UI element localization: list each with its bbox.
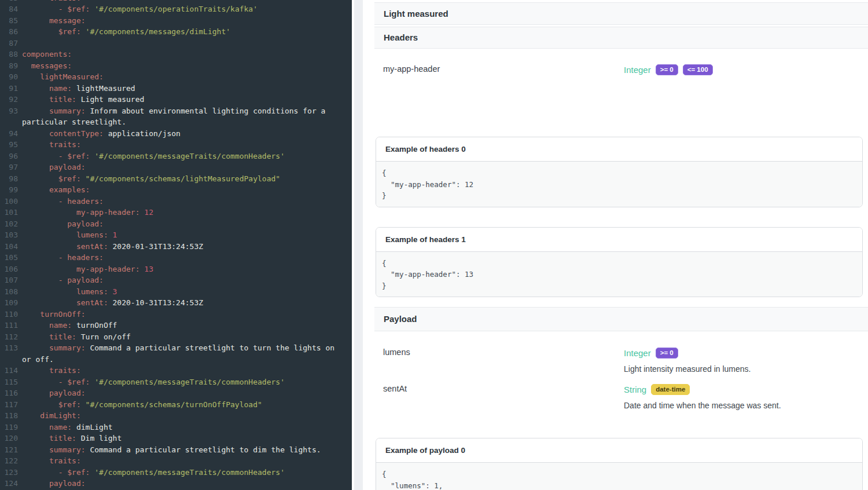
example-title: Example of headers 1 xyxy=(376,228,862,252)
editor-line[interactable]: 105 - headers: xyxy=(0,252,352,264)
line-number: 99 xyxy=(0,184,18,196)
editor-line[interactable]: 111 name: turnOnOff xyxy=(0,320,352,331)
code-content: payload: xyxy=(22,218,104,230)
editor-line[interactable]: 94 contentType: application/json xyxy=(0,128,352,140)
editor-line[interactable]: 95 traits: xyxy=(0,139,352,151)
editor-line[interactable]: 120 title: Dim light xyxy=(0,433,352,444)
code-content: summary: Inform about environmental ligh… xyxy=(22,105,325,117)
editor-line[interactable]: 89 messages: xyxy=(0,60,352,72)
line-number: 113 xyxy=(0,342,18,354)
editor-line[interactable]: 118 dimLight: xyxy=(0,410,352,422)
editor-line[interactable]: 97 payload: xyxy=(0,162,352,173)
editor-line[interactable]: 101 my-app-header: 12 xyxy=(0,207,352,218)
code-content: message: xyxy=(22,15,86,27)
editor-line[interactable]: 106 my-app-header: 13 xyxy=(0,264,352,275)
editor-line[interactable]: 100 - headers: xyxy=(0,196,352,207)
example-box-headers-1: Example of headers 1 { "my-app-header": … xyxy=(376,227,863,298)
code-content: $ref: "#/components/schemas/lightMeasure… xyxy=(22,173,280,185)
editor-line[interactable]: 96 - $ref: '#/components/messageTraits/c… xyxy=(0,151,352,162)
property-row-sentat: sentAt Stringdate-time Date and time whe… xyxy=(374,371,868,411)
code-content: messages: xyxy=(22,60,72,72)
line-number: 97 xyxy=(0,162,18,173)
property-type: String xyxy=(624,385,646,394)
line-number: 100 xyxy=(0,196,18,207)
editor-line[interactable]: 93 summary: Inform about environmental l… xyxy=(0,105,352,117)
line-number: 119 xyxy=(0,422,18,433)
editor-line[interactable]: 114 traits: xyxy=(0,365,352,376)
editor-line[interactable]: 113 summary: Command a particular street… xyxy=(0,342,352,354)
code-content: sentAt: 2020-01-31T13:24:53Z xyxy=(22,241,203,253)
editor-line[interactable]: 90 lightMeasured: xyxy=(0,71,352,83)
editor-line[interactable]: 91 name: lightMeasured xyxy=(0,83,352,94)
property-type: Integer xyxy=(624,65,651,75)
editor-line[interactable]: 98 $ref: "#/components/schemas/lightMeas… xyxy=(0,173,352,185)
property-type: Integer xyxy=(624,348,651,358)
editor-line[interactable]: 86 $ref: '#/components/messages/dimLight… xyxy=(0,26,352,38)
code-line: { xyxy=(382,469,862,480)
line-number: 110 xyxy=(0,309,18,320)
example-title: Example of payload 0 xyxy=(376,438,862,463)
editor-line[interactable]: or off. xyxy=(0,354,352,365)
editor-line[interactable]: 87 xyxy=(0,38,352,49)
editor-line[interactable]: 102 payload: xyxy=(0,218,352,230)
editor-line[interactable]: particular streetlight. xyxy=(0,116,352,128)
split-resizer-handle[interactable] xyxy=(354,0,363,490)
constraint-badges: >= 0<= 100 xyxy=(651,65,713,75)
editor-line[interactable]: 115 - $ref: '#/components/messageTraits/… xyxy=(0,376,352,388)
editor-line[interactable]: 112 title: Turn on/off xyxy=(0,331,352,343)
code-content: my-app-header: 12 xyxy=(22,207,153,218)
editor-line[interactable]: 99 examples: xyxy=(0,184,352,196)
editor-line[interactable]: 124 payload: xyxy=(0,478,352,489)
property-type-column: Stringdate-time Date and time when the m… xyxy=(624,384,781,411)
line-number: 105 xyxy=(0,252,18,264)
line-number: 84 xyxy=(0,3,18,15)
line-number: 103 xyxy=(0,229,18,241)
headers-section-bar: Headers xyxy=(374,27,868,49)
line-number: 124 xyxy=(0,478,18,489)
payload-section-bar: Payload xyxy=(374,307,868,331)
code-line: { xyxy=(382,167,862,179)
code-content: contentType: application/json xyxy=(22,128,181,140)
editor-line[interactable]: 84 - $ref: '#/components/operationTraits… xyxy=(0,3,352,15)
yaml-editor[interactable]: 83 traits:84 - $ref: '#/components/opera… xyxy=(0,0,352,490)
editor-line[interactable]: 104 sentAt: 2020-01-31T13:24:53Z xyxy=(0,241,352,253)
editor-line[interactable]: 88components: xyxy=(0,49,352,60)
editor-line[interactable]: 119 name: dimLight xyxy=(0,422,352,433)
code-content: $ref: "#/components/schemas/turnOnOffPay… xyxy=(22,399,262,411)
code-content: name: dimLight xyxy=(22,422,113,433)
constraint-badge: >= 0 xyxy=(656,348,678,359)
line-number: 95 xyxy=(0,139,18,151)
property-description: Date and time when the message was sent. xyxy=(624,401,781,410)
line-number: 91 xyxy=(0,83,18,94)
code-content: traits: xyxy=(22,455,81,467)
editor-line[interactable]: 117 $ref: "#/components/schemas/turnOnOf… xyxy=(0,399,352,411)
editor-line[interactable]: 108 lumens: 3 xyxy=(0,286,352,298)
editor-line[interactable]: 85 message: xyxy=(0,15,352,27)
editor-line[interactable]: 121 summary: Command a particular street… xyxy=(0,444,352,456)
code-content: traits: xyxy=(22,139,81,151)
editor-line[interactable]: 123 - $ref: '#/components/messageTraits/… xyxy=(0,467,352,478)
example-code-block: { "lumens": 1, "sentAt": "2020-01-31T13:… xyxy=(376,463,862,490)
code-line: "my-app-header": 13 xyxy=(382,269,862,280)
code-content: turnOnOff: xyxy=(22,309,86,320)
code-content: title: Light measured xyxy=(22,94,144,105)
editor-line[interactable]: 110 turnOnOff: xyxy=(0,309,352,320)
editor-line[interactable]: 116 payload: xyxy=(0,387,352,399)
constraint-badge: >= 0 xyxy=(656,64,678,75)
code-content: - $ref: '#/components/messageTraits/comm… xyxy=(22,467,285,478)
editor-line[interactable]: 122 traits: xyxy=(0,455,352,467)
code-content: title: Turn on/off xyxy=(22,331,131,343)
editor-line[interactable]: 107 - payload: xyxy=(0,275,352,286)
editor-line[interactable]: 92 title: Light measured xyxy=(0,94,352,105)
example-title: Example of headers 0 xyxy=(376,137,862,162)
code-content: - payload: xyxy=(22,275,104,286)
line-number: 106 xyxy=(0,264,18,275)
constraint-badge: <= 100 xyxy=(683,64,713,75)
property-row-lumens: lumens Integer>= 0 Light intensity measu… xyxy=(374,331,868,371)
editor-line[interactable]: 103 lumens: 1 xyxy=(0,229,352,241)
example-code-block: { "my-app-header": 12} xyxy=(376,162,862,207)
line-number: 104 xyxy=(0,241,18,253)
editor-line[interactable]: 109 sentAt: 2020-10-31T13:24:53Z xyxy=(0,297,352,309)
line-number: 92 xyxy=(0,94,18,105)
line-number: 93 xyxy=(0,105,18,117)
